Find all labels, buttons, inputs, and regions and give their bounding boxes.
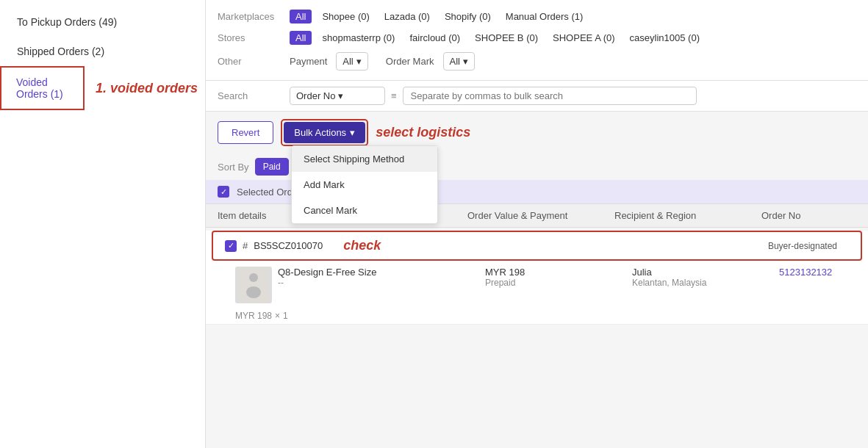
store-shopee-b[interactable]: SHOPEE B (0) [470,31,542,45]
select-all-checkbox[interactable]: ✓ [218,186,229,198]
payment-type: Prepaid [485,278,632,288]
check-annotation: check [343,238,381,253]
store-faircloud[interactable]: faircloud (0) [405,31,465,45]
search-label: Search [218,90,284,101]
order-header-row: ✓ # BS5SCZ010070 check Buyer-designated [212,231,862,261]
store-shopee-a[interactable]: SHOPEE A (0) [548,31,620,45]
product-name: Q8-Design E-Free Size [278,267,376,278]
product-qty-row: MYR 198 × 1 [206,309,868,324]
th-order-no: Order No [761,210,868,221]
other-label: Other [218,56,284,67]
product-text: Q8-Design E-Free Size -- [278,267,376,288]
marketplace-manual[interactable]: Manual Orders (1) [501,10,587,24]
store-all[interactable]: All [290,31,312,45]
store-shopmasterrp[interactable]: shopmasterrp (0) [318,31,399,45]
stores-label: Stores [218,32,284,43]
voided-annotation: 1. voided orders [96,81,205,96]
payment-label: Payment [290,56,327,67]
order-id-prefix: # [243,240,248,251]
search-row: Search Order No ▾ ≡ [206,81,868,112]
order-detail-row: Q8-Design E-Free Size -- MYR 198 Prepaid… [206,264,868,309]
svg-point-2 [246,286,261,298]
marketplace-filter-row: Marketplaces All Shopee (0) Lazada (0) S… [206,0,868,81]
marketplace-shopify[interactable]: Shopify (0) [440,10,495,24]
order-id: BS5SCZ010070 [254,240,323,251]
svg-point-1 [249,273,258,282]
marketplace-shopee[interactable]: Shopee (0) [318,10,373,24]
product-sku: -- [278,278,376,288]
dropdown-cancel-mark[interactable]: Cancel Mark [292,198,437,223]
sort-by-label: Sort By [218,162,249,173]
marketplaces-label: Marketplaces [218,11,284,22]
search-input[interactable] [403,87,697,105]
table-row: ✓ # BS5SCZ010070 check Buyer-designated [206,231,868,325]
main-content: Marketplaces All Shopee (0) Lazada (0) S… [206,0,868,448]
th-order-value: Order Value & Payment [467,210,614,221]
recipient-info: Julia Kelantan, Malaysia [632,267,779,288]
th-recipient: Recipient & Region [614,210,761,221]
order-no-link[interactable]: 5123132132 [779,267,832,278]
order-mark-label: Order Mark [386,56,434,67]
sidebar: To Pickup Orders (49) Shipped Orders (2)… [0,0,206,448]
dropdown-add-mark[interactable]: Add Mark [292,172,437,198]
sort-paid-button[interactable]: Paid [255,158,289,176]
payment-select[interactable]: All ▾ [336,52,367,71]
order-value: MYR 198 Prepaid [485,267,632,288]
bulk-dropdown-menu: Select Shipping Method Add Mark Cancel M… [291,145,438,224]
recipient-name: Julia [632,267,779,278]
order-amount: MYR 198 [485,267,632,278]
marketplace-all[interactable]: All [290,10,312,24]
order-no-cell: 5123132132 [779,267,868,278]
shipping-method: Buyer-designated [768,241,849,251]
marketplace-lazada[interactable]: Lazada (0) [380,10,434,24]
chevron-down-icon: ▾ [350,127,355,138]
bulk-actions-button[interactable]: Bulk Actions ▾ [284,122,365,143]
bulk-search-icon: ≡ [391,90,397,101]
qty-amount: MYR 198 [235,311,272,321]
product-info: Q8-Design E-Free Size -- [235,267,485,303]
sidebar-item-shipped[interactable]: Shipped Orders (2) [0,37,205,66]
product-image [235,267,272,303]
dropdown-select-shipping[interactable]: Select Shipping Method [292,146,437,172]
action-row: Revert Bulk Actions ▾ select logistics S… [206,112,868,153]
store-caseylin[interactable]: caseylin1005 (0) [625,31,704,45]
sidebar-item-voided[interactable]: Voided Orders (1) [0,66,85,110]
product-img-svg [239,267,268,303]
search-type-select[interactable]: Order No ▾ [290,87,385,105]
revert-button[interactable]: Revert [218,121,273,144]
order-mark-select[interactable]: All ▾ [443,52,475,71]
sidebar-item-to-pickup[interactable]: To Pickup Orders (49) [0,7,205,37]
bulk-annotation: select logistics [376,125,470,140]
order-checkbox[interactable]: ✓ [225,240,237,252]
qty-symbol: × [275,311,280,321]
qty-count: 1 [283,311,288,321]
recipient-region: Kelantan, Malaysia [632,278,779,288]
